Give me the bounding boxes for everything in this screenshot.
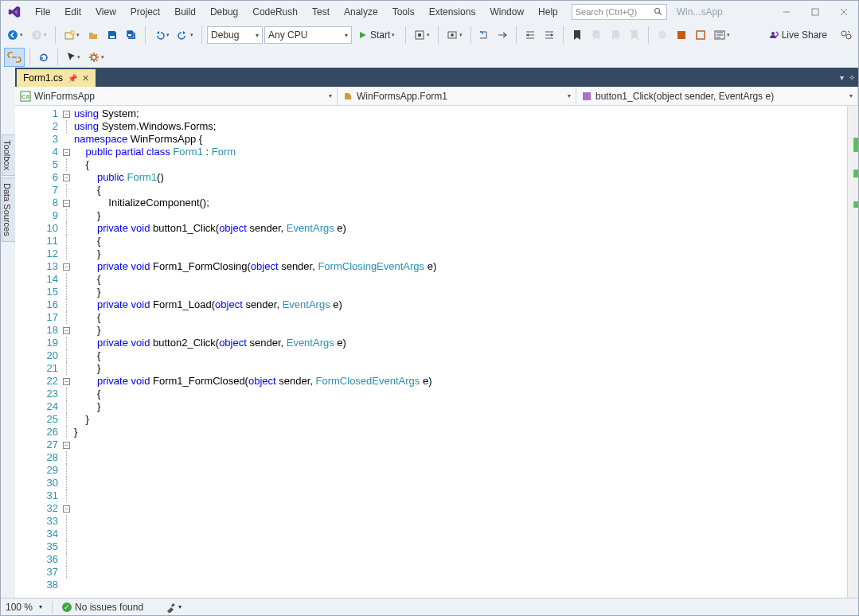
pointer-icon[interactable]: ▾	[63, 48, 84, 67]
clear-bookmarks-button[interactable]	[626, 25, 643, 45]
check-icon: ✓	[62, 602, 72, 612]
menu-view[interactable]: View	[88, 3, 123, 21]
coderush-toolbar: ▾ ▾	[1, 47, 858, 68]
coderush-link-icon[interactable]	[4, 48, 25, 67]
document-tab[interactable]: Form1.cs 📌 ✕	[17, 69, 96, 87]
menu-edit[interactable]: Edit	[57, 3, 88, 21]
svg-point-7	[32, 30, 41, 40]
brush-tool[interactable]: ▾	[166, 602, 182, 613]
svg-rect-29	[583, 92, 591, 100]
svg-point-6	[8, 30, 18, 40]
code-editor[interactable]: ⤢ 12345678910111213141516171819202122232…	[15, 106, 858, 598]
svg-point-0	[654, 9, 659, 14]
svg-text:✳: ✳	[71, 30, 75, 35]
menu-debug[interactable]: Debug	[203, 3, 245, 21]
indent-right-button[interactable]	[541, 25, 558, 45]
indent-left-button[interactable]	[521, 25, 539, 45]
pin-icon[interactable]: 📌	[68, 74, 77, 83]
feedback-button[interactable]	[836, 25, 855, 45]
redo-button[interactable]: ▾	[174, 25, 197, 45]
menu-window[interactable]: Window	[482, 3, 531, 21]
start-debug-button[interactable]: Start▾	[353, 25, 400, 45]
code-content[interactable]: using System;using System.Windows.Forms;…	[74, 106, 847, 598]
window-title: Win...sApp	[677, 6, 723, 18]
svg-line-1	[659, 13, 662, 15]
open-file-button[interactable]	[84, 25, 102, 45]
menu-file[interactable]: File	[28, 3, 57, 21]
step-into-button[interactable]	[474, 25, 492, 45]
gear-icon[interactable]: ▾	[85, 48, 107, 67]
navigation-bar: C# WinFormsApp▾ WinFormsApp.Form1▾ butto…	[15, 87, 858, 106]
svg-text:C#: C#	[21, 93, 30, 100]
bookmark-button[interactable]	[568, 25, 586, 45]
new-project-button[interactable]: ✳▾	[61, 25, 83, 45]
close-tab-icon[interactable]: ✕	[82, 73, 89, 84]
svg-point-22	[771, 32, 775, 35]
solution-platform-combo[interactable]: Any CPU▾	[264, 26, 352, 44]
fold-gutter[interactable]: − −−−−−−−−	[63, 106, 74, 598]
breakpoint-button[interactable]	[673, 25, 690, 45]
search-icon	[654, 7, 663, 17]
vs-logo-icon	[6, 3, 23, 21]
prev-bookmark-button[interactable]	[588, 25, 605, 45]
menu-test[interactable]: Test	[305, 3, 337, 21]
save-all-button[interactable]	[123, 25, 140, 45]
immediate-window-button[interactable]: ▾	[711, 25, 733, 45]
disable-breakpoints-button[interactable]	[692, 25, 709, 45]
class-icon	[342, 91, 353, 102]
svg-rect-12	[128, 34, 131, 36]
svg-rect-11	[110, 36, 115, 38]
svg-point-23	[841, 31, 846, 36]
nav-class-combo[interactable]: WinFormsApp.Form1▾	[338, 87, 576, 105]
tab-dropdown-icon[interactable]: ▾	[840, 73, 844, 82]
break-all-button[interactable]	[654, 25, 671, 45]
menu-project[interactable]: Project	[123, 3, 167, 21]
main-area: ToolboxData Sources Form1.cs 📌 ✕ ▾ ✧ C# …	[1, 68, 858, 598]
svg-rect-20	[697, 31, 705, 39]
next-bookmark-button[interactable]	[607, 25, 624, 45]
attach-button[interactable]: ▾	[411, 25, 433, 45]
minimize-button[interactable]	[772, 2, 801, 21]
quick-launch-search[interactable]: Search (Ctrl+Q)	[572, 4, 667, 20]
tab-options-icon[interactable]: ✧	[849, 73, 855, 82]
menu-analyze[interactable]: Analyze	[337, 3, 385, 21]
issues-indicator[interactable]: ✓ No issues found	[62, 602, 143, 613]
line-number-gutter: 1234567891011121314151617181920212223242…	[15, 106, 63, 598]
menu-build[interactable]: Build	[167, 3, 203, 21]
nav-member-combo[interactable]: button1_Click(object sender, EventArgs e…	[576, 87, 858, 105]
svg-point-24	[846, 34, 851, 39]
side-tab-data-sources[interactable]: Data Sources	[2, 177, 16, 242]
search-placeholder: Search (Ctrl+Q)	[576, 7, 637, 17]
method-icon	[581, 91, 592, 102]
solution-config-combo[interactable]: Debug▾	[207, 26, 263, 44]
menu-tools[interactable]: Tools	[385, 3, 422, 21]
side-tab-toolbox[interactable]: Toolbox	[2, 135, 16, 176]
nav-forward-button[interactable]: ▾	[28, 25, 50, 45]
csharp-project-icon: C#	[20, 91, 31, 102]
standard-toolbar: ▾ ▾ ✳▾ ▾ ▾ Debug▾ Any CPU▾ Start▾ ▾ ▾ ▾ …	[1, 23, 858, 47]
maximize-button[interactable]	[801, 2, 830, 21]
svg-rect-14	[418, 33, 421, 37]
menu-help[interactable]: Help	[531, 3, 565, 21]
svg-rect-19	[677, 31, 685, 39]
menu-coderush[interactable]: CodeRush	[245, 3, 305, 21]
zoom-combo[interactable]: 100 %▾	[6, 602, 42, 613]
step-over-button[interactable]	[494, 25, 511, 45]
svg-point-26	[92, 55, 96, 60]
menu-extensions[interactable]: Extensions	[422, 3, 483, 21]
undo-button[interactable]: ▾	[150, 25, 173, 45]
refresh-button[interactable]	[35, 48, 53, 67]
status-bar: 100 %▾ ✓ No issues found ▾	[1, 598, 858, 615]
nav-project-combo[interactable]: C# WinFormsApp▾	[15, 87, 338, 105]
overview-ruler[interactable]	[847, 106, 858, 598]
svg-rect-3	[812, 9, 818, 15]
toolbox-icon[interactable]: ▾	[443, 25, 466, 45]
svg-point-18	[658, 31, 666, 39]
document-tabstrip: Form1.cs 📌 ✕ ▾ ✧	[15, 68, 858, 87]
close-button[interactable]	[830, 2, 858, 21]
nav-back-button[interactable]: ▾	[4, 25, 26, 45]
live-share-button[interactable]: Live Share	[762, 25, 833, 45]
save-button[interactable]	[103, 25, 121, 45]
document-tab-label: Form1.cs	[23, 72, 63, 84]
title-bar: FileEditViewProjectBuildDebugCodeRushTes…	[1, 1, 858, 23]
